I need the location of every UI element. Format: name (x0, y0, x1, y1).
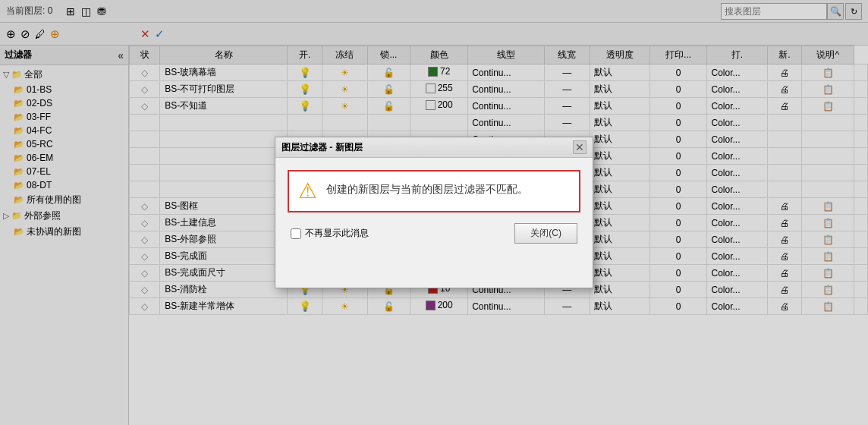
modal-warning-box: ⚠ 创建的新图层与当前的图层过滤器不匹配。 (288, 170, 580, 212)
modal-close-button[interactable]: ✕ (573, 140, 587, 154)
modal-overlay: 图层过滤器 - 新图层 ✕ ⚠ 创建的新图层与当前的图层过滤器不匹配。 不再显示… (0, 0, 868, 425)
dont-show-again-row: 不再显示此消息 (291, 227, 369, 240)
modal-title: 图层过滤器 - 新图层 (281, 141, 363, 154)
modal-dialog: 图层过滤器 - 新图层 ✕ ⚠ 创建的新图层与当前的图层过滤器不匹配。 不再显示… (275, 137, 593, 288)
modal-warning-text: 创建的新图层与当前的图层过滤器不匹配。 (326, 181, 528, 197)
dont-show-label: 不再显示此消息 (305, 227, 369, 240)
dont-show-checkbox[interactable] (291, 228, 301, 239)
warning-icon: ⚠ (298, 181, 317, 202)
modal-close-btn[interactable]: 关闭(C) (514, 223, 577, 244)
